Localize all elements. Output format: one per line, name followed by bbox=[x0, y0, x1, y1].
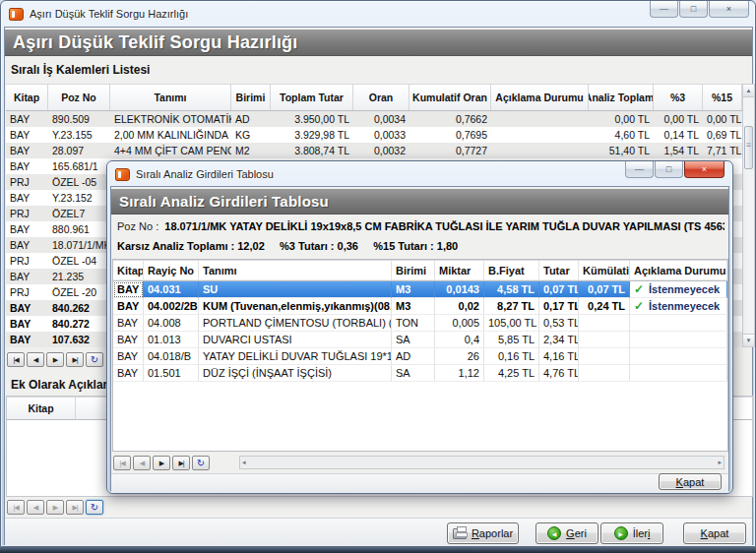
column-header[interactable]: Kitap bbox=[113, 261, 144, 280]
cell-birim: TON bbox=[392, 315, 435, 332]
column-header[interactable]: %3 bbox=[654, 85, 703, 110]
cell-rayic: 04.002/2B bbox=[144, 298, 199, 315]
scroll-left-icon[interactable]: ◂ bbox=[242, 459, 246, 466]
nav-refresh-button[interactable]: ↻ bbox=[86, 500, 103, 515]
cell-bfiyat: 8,27 TL bbox=[484, 298, 539, 315]
ileri-button[interactable]: ▶ İleri bbox=[600, 522, 663, 544]
table-row[interactable]: BAYY.23.1552,00 MM KALINLIĞINDA SIC...KG… bbox=[6, 127, 742, 143]
column-header[interactable]: B.Fiyat bbox=[484, 261, 539, 280]
table-row[interactable]: BAY01.501DÜZ İŞÇİ (İNŞAAT İŞÇİSİ)SA1,124… bbox=[113, 365, 727, 382]
cell-kitap: BAY bbox=[6, 190, 48, 206]
cell-kitap: BAY bbox=[6, 300, 48, 316]
cell-kitap: PRJ bbox=[6, 174, 48, 190]
table-row[interactable]: BAY01.013DUVARCI USTASISA0,45,85 TL2,34 … bbox=[113, 332, 727, 348]
column-header[interactable]: Oran bbox=[353, 85, 410, 110]
column-header[interactable]: Birimi bbox=[392, 261, 435, 280]
column-header[interactable]: Kümülati... bbox=[579, 261, 630, 280]
close-icon[interactable]: × bbox=[684, 161, 724, 178]
maximize-icon[interactable]: □ bbox=[655, 161, 683, 178]
table-row[interactable]: BAY04.031SUM30,01434,58 TL0,07 TL0,07 TL… bbox=[113, 281, 727, 298]
nav-prev-button[interactable]: ◀ bbox=[27, 352, 44, 367]
scrollbar-thumb[interactable] bbox=[744, 126, 753, 169]
column-header[interactable]: Kitap bbox=[6, 85, 48, 110]
cell-birim: KG bbox=[231, 127, 271, 143]
nav-last-button[interactable]: ▶| bbox=[66, 500, 84, 515]
nav-next-button[interactable]: ▶ bbox=[46, 500, 64, 515]
dialog-header-title: Sıralı Analiz Girdileri Tablosu bbox=[119, 193, 329, 210]
cell-analiz: 51,40 TL bbox=[589, 143, 654, 158]
poz-no-line: Poz No : 18.071/1/MK YATAY DELİKLİ 19x19… bbox=[117, 220, 724, 232]
cell-oran: 0,0032 bbox=[353, 143, 410, 158]
column-header[interactable]: Birimi bbox=[231, 85, 271, 110]
cell-aciklama bbox=[491, 111, 589, 127]
cell-miktar: 0,02 bbox=[435, 298, 484, 315]
nav-prev-button[interactable]: ◀ bbox=[133, 456, 151, 470]
table-row[interactable]: BAY28.0974+4 MM ÇİFT CAM PENC.Ü...M23.80… bbox=[6, 143, 742, 158]
column-header[interactable]: Analiz Toplamı bbox=[589, 85, 654, 110]
cell-kitap: BAY bbox=[113, 298, 144, 315]
nav-last-button[interactable]: ▶| bbox=[172, 456, 190, 470]
scroll-down-icon[interactable]: ▼ bbox=[743, 334, 754, 346]
check-icon: ✓ bbox=[634, 299, 644, 313]
cell-kitap: BAY bbox=[113, 332, 144, 348]
dialog-horizontal-scrollbar[interactable]: ◂ ▸ bbox=[239, 456, 724, 469]
cell-kitap: BAY bbox=[6, 332, 48, 347]
column-header[interactable]: Tanımı bbox=[110, 85, 231, 110]
arrow-right-circle-icon: ▶ bbox=[614, 526, 628, 540]
column-header[interactable]: Poz No bbox=[48, 85, 110, 110]
bottom-edge bbox=[0, 547, 756, 553]
cell-tutar: 0,07 TL bbox=[539, 281, 579, 298]
column-header[interactable]: Tanımı bbox=[199, 261, 392, 280]
nav-first-button[interactable]: |◀ bbox=[113, 456, 131, 470]
column-header[interactable]: Toplam Tutar bbox=[271, 85, 353, 110]
column-header[interactable]: Kitap bbox=[7, 398, 76, 419]
aciklama-text: İstenmeyecek bbox=[649, 283, 720, 295]
table-row[interactable]: BAY04.008PORTLAND ÇİMENTOSU (TORBALI) (T… bbox=[113, 315, 727, 332]
nav-next-button[interactable]: ▶ bbox=[153, 456, 170, 470]
geri-button[interactable]: ◀ Geri bbox=[536, 522, 598, 544]
column-header[interactable]: Rayiç No bbox=[144, 261, 199, 280]
minimize-icon[interactable]: — bbox=[625, 161, 654, 178]
scroll-up-icon[interactable]: ▲ bbox=[743, 85, 754, 97]
kapat-button-main[interactable]: Kapat bbox=[683, 522, 746, 544]
column-header[interactable]: Açıklama Durumu bbox=[630, 261, 727, 280]
nav-last-button[interactable]: ▶| bbox=[66, 352, 84, 367]
cell-aciklama: ✓İstenmeyecek bbox=[630, 281, 727, 298]
nav-first-button[interactable]: |◀ bbox=[7, 500, 25, 515]
column-header[interactable]: Açıklama Durumu bbox=[491, 85, 589, 110]
raporlar-button[interactable]: Raporlar bbox=[447, 522, 519, 544]
kapat-label: Kapat bbox=[701, 527, 729, 539]
kapat-button-dialog[interactable]: Kapat bbox=[659, 473, 722, 490]
cell-bfiyat: 4,25 TL bbox=[484, 365, 539, 382]
app-icon bbox=[115, 168, 130, 181]
cell-kitap: BAY bbox=[113, 281, 144, 298]
nav-prev-button[interactable]: ◀ bbox=[27, 500, 44, 515]
main-titlebar[interactable]: Aşırı Düşük Teklif Sorgu Hazırlığı bbox=[1, 1, 755, 27]
maximize-icon[interactable]: □ bbox=[679, 1, 708, 18]
nav-refresh-button[interactable]: ↻ bbox=[86, 352, 103, 367]
cell-miktar: 0,4 bbox=[435, 332, 484, 348]
table-row[interactable]: BAY890.509ELEKTRONİK OTOMATİK TE...AD3.9… bbox=[6, 111, 742, 127]
table-row[interactable]: BAY04.018/BYATAY DELİKLİ DUVAR TUĞLASI 1… bbox=[113, 348, 727, 365]
scroll-right-icon[interactable]: ▸ bbox=[718, 459, 722, 466]
cell-y3: 1,54 TL bbox=[654, 143, 703, 158]
nav-first-button[interactable]: |◀ bbox=[7, 352, 25, 367]
table1-vertical-scrollbar[interactable]: ▲ ▼ bbox=[742, 84, 755, 347]
analysis-inputs-table: KitapRayiç NoTanımıBirimiMiktarB.FiyatTu… bbox=[112, 259, 728, 452]
printer-icon bbox=[453, 528, 467, 539]
cell-y3: 0,14 TL bbox=[654, 127, 703, 143]
nav-refresh-button[interactable]: ↻ bbox=[192, 456, 210, 470]
nav-next-button[interactable]: ▶ bbox=[46, 352, 64, 367]
column-header[interactable]: Kumulatif Oran bbox=[410, 85, 491, 110]
cell-rayic: 04.018/B bbox=[144, 348, 199, 365]
cell-birim: SA bbox=[392, 365, 435, 382]
cell-tanim: YATAY DELİKLİ DUVAR TUĞLASI 19*19*8,5... bbox=[199, 348, 392, 365]
cell-kitap: PRJ bbox=[6, 284, 48, 300]
column-header[interactable]: Miktar bbox=[435, 261, 484, 280]
close-icon[interactable]: × bbox=[709, 1, 749, 18]
table-row[interactable]: BAY04.002/2BKUM (Tuvenan,elenmiş,yıkanmı… bbox=[113, 298, 727, 315]
column-header[interactable]: Tutar bbox=[539, 261, 579, 280]
minimize-icon[interactable]: — bbox=[650, 1, 678, 18]
column-header[interactable]: %15 bbox=[703, 85, 742, 110]
cell-kitap: BAY bbox=[6, 111, 48, 127]
